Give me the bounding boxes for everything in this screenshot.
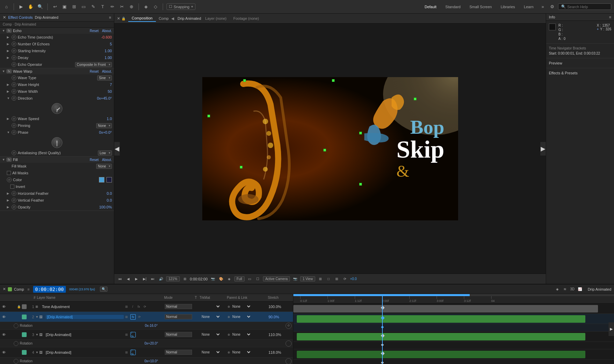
workspace-learn[interactable]: Learn bbox=[521, 4, 537, 10]
fill-expand[interactable]: ▼ bbox=[2, 158, 5, 161]
layer4-mode-select[interactable]: Normal bbox=[165, 350, 192, 355]
hand-icon[interactable]: ✋ bbox=[27, 3, 34, 11]
zoom-icon[interactable]: 🔍 bbox=[36, 3, 44, 11]
scroll-left[interactable]: ◀ bbox=[114, 142, 120, 156]
wave-warp-reset[interactable]: Reset bbox=[90, 70, 99, 73]
fill-mask-select[interactable]: None bbox=[96, 164, 112, 169]
wave-warp-about[interactable]: About. bbox=[102, 70, 112, 73]
echo-intensity-arrow[interactable]: ▶ bbox=[7, 49, 10, 53]
wave-type-select[interactable]: Sine bbox=[97, 75, 112, 81]
handle-tr[interactable] bbox=[414, 98, 416, 100]
layer4-trkmat-select[interactable]: None bbox=[200, 350, 221, 354]
effects-presets-section[interactable]: Effects & Presets bbox=[546, 68, 614, 78]
v-feather-value[interactable]: 0.0 bbox=[107, 198, 112, 202]
handle-center[interactable] bbox=[359, 132, 362, 134]
layer4-eye[interactable]: 👁 bbox=[1, 350, 7, 354]
layer1-eye[interactable]: 👁 bbox=[1, 305, 7, 309]
snapping-button[interactable]: ☐ Snapping ⌖ bbox=[166, 3, 195, 10]
preview-next-icon[interactable]: ▶| bbox=[142, 276, 148, 282]
layer-none-tab[interactable]: Layer (none) bbox=[205, 16, 226, 20]
layer1-switch1[interactable]: ⊞ bbox=[124, 304, 129, 309]
layer1-switch2[interactable]: / bbox=[130, 304, 135, 309]
preview-start-icon[interactable]: ⏮ bbox=[117, 276, 123, 282]
track-icon[interactable]: ◇ bbox=[152, 3, 159, 11]
text-icon[interactable]: T bbox=[99, 3, 106, 11]
screenshot-icon[interactable]: 📷 bbox=[210, 276, 216, 282]
zoom-fit-icon[interactable]: ⊞ bbox=[182, 276, 188, 282]
h-feather-value[interactable]: 0.0 bbox=[107, 191, 112, 195]
search-input[interactable] bbox=[567, 5, 608, 9]
rect-icon[interactable]: ▭ bbox=[80, 3, 87, 11]
timecode-display[interactable]: 0:00:02:00 bbox=[190, 277, 208, 281]
timeline-menu[interactable]: ≡ bbox=[27, 287, 29, 291]
workspace-small-screen[interactable]: Small Screen bbox=[466, 4, 495, 10]
view-display[interactable]: 1 View bbox=[300, 276, 315, 281]
phase-arrow[interactable]: ▼ bbox=[7, 131, 10, 134]
layer1-name[interactable]: Tone Adjustment bbox=[42, 305, 124, 309]
home-icon[interactable]: ⌂ bbox=[3, 3, 10, 11]
wave-height-arrow[interactable]: ▶ bbox=[7, 83, 10, 86]
undo-icon[interactable]: ↩ bbox=[51, 3, 59, 11]
direction-value[interactable]: 0x+45.0° bbox=[97, 96, 112, 100]
workspace-standard[interactable]: Standard bbox=[442, 4, 464, 10]
handle-tm[interactable] bbox=[332, 79, 335, 82]
echo-expand-arrow[interactable]: ▼ bbox=[2, 29, 5, 32]
snapping-checkbox[interactable]: ☐ bbox=[169, 4, 172, 9]
handle-bm[interactable] bbox=[359, 183, 362, 186]
layer3-trkmat-select[interactable]: None bbox=[200, 332, 221, 337]
safe-zones-icon[interactable]: □ bbox=[325, 276, 332, 282]
tl-frame-blend-btn[interactable]: ≋ bbox=[562, 286, 568, 292]
clone-icon[interactable]: ✂ bbox=[118, 3, 126, 11]
preview-prev-icon[interactable]: ◀ bbox=[125, 276, 131, 282]
layer2-trkmat-select[interactable]: None bbox=[200, 315, 221, 319]
echo-operator-select[interactable]: Composite In Front bbox=[75, 62, 112, 67]
select-icon[interactable]: ▶ bbox=[17, 3, 25, 11]
layer2-name[interactable]: [Drip Animated] bbox=[46, 315, 124, 319]
comp-tab-name[interactable]: Comp bbox=[159, 16, 169, 20]
layer1-parent-select[interactable]: None bbox=[231, 304, 251, 309]
antialiasing-select[interactable]: Low bbox=[98, 150, 112, 156]
echo-num-arrow[interactable]: ▶ bbox=[7, 42, 10, 46]
opacity-arrow[interactable]: ▶ bbox=[7, 205, 10, 209]
wave-warp-header[interactable]: ▼ fx Wave Warp Reset About. bbox=[0, 68, 114, 74]
track-bar-4[interactable] bbox=[297, 351, 585, 358]
layer4-stretch-val[interactable]: 118.0% bbox=[268, 350, 281, 354]
direction-arrow[interactable]: ▼ bbox=[7, 97, 10, 100]
layer3-eye[interactable]: 👁 bbox=[1, 333, 7, 337]
grid-icon[interactable]: ⊞ bbox=[70, 3, 78, 11]
layer2-expand-arrow[interactable]: ▼ bbox=[35, 315, 39, 319]
layer4-switch1[interactable]: ⊞ bbox=[124, 350, 129, 355]
layer3-parent-select[interactable]: None bbox=[231, 332, 251, 337]
wave-width-arrow[interactable]: ▶ bbox=[7, 90, 10, 93]
wave-width-value[interactable]: 50 bbox=[108, 89, 112, 93]
layer3-rot-value[interactable]: 0x+20.0° bbox=[145, 341, 158, 345]
wave-warp-expand[interactable]: ▼ bbox=[2, 70, 5, 73]
preview-audio-icon[interactable]: 🔊 bbox=[158, 276, 164, 282]
timeline-timecode[interactable]: 0:00:02:00 bbox=[33, 286, 66, 293]
tl-motion-blur-btn[interactable]: ◈ bbox=[554, 286, 560, 292]
quality-display[interactable]: Full bbox=[234, 276, 245, 281]
comp-close[interactable]: ✕ bbox=[117, 16, 120, 21]
color-swatch-dark[interactable] bbox=[106, 177, 112, 183]
all-masks-checkbox[interactable] bbox=[7, 171, 11, 175]
grid-overlay-icon[interactable]: ⊞ bbox=[334, 276, 340, 282]
layer4-rot-value[interactable]: 0x+10.0° bbox=[145, 359, 158, 363]
handle-bl[interactable] bbox=[240, 166, 243, 169]
wave-speed-value[interactable]: 1.0 bbox=[107, 117, 112, 121]
layer1-switch3[interactable]: fx bbox=[136, 304, 142, 309]
camera-display[interactable]: Active Camera bbox=[263, 276, 290, 281]
layer1-switch4[interactable]: ⟳ bbox=[142, 304, 148, 309]
search-layers-btn[interactable]: 🔍 bbox=[100, 287, 107, 292]
preview-section[interactable]: Preview bbox=[546, 58, 614, 68]
panel-menu-icon[interactable]: ≡ bbox=[109, 15, 111, 19]
echo-time-value[interactable]: -0.600 bbox=[101, 35, 112, 39]
layer3-switch1[interactable]: ⊞ bbox=[124, 332, 129, 337]
echo-time-arrow[interactable]: ▶ bbox=[7, 35, 10, 39]
opacity-value[interactable]: 100.0% bbox=[99, 205, 112, 209]
invert-checkbox[interactable] bbox=[10, 185, 14, 189]
handle-tl[interactable] bbox=[243, 79, 246, 82]
comp-arrow[interactable]: ◀ bbox=[171, 16, 174, 21]
scroll-right[interactable]: ▶ bbox=[540, 142, 546, 156]
layer3-mode-select[interactable]: Normal bbox=[165, 332, 192, 337]
layer3-stretch-val[interactable]: 110.0% bbox=[268, 333, 281, 337]
